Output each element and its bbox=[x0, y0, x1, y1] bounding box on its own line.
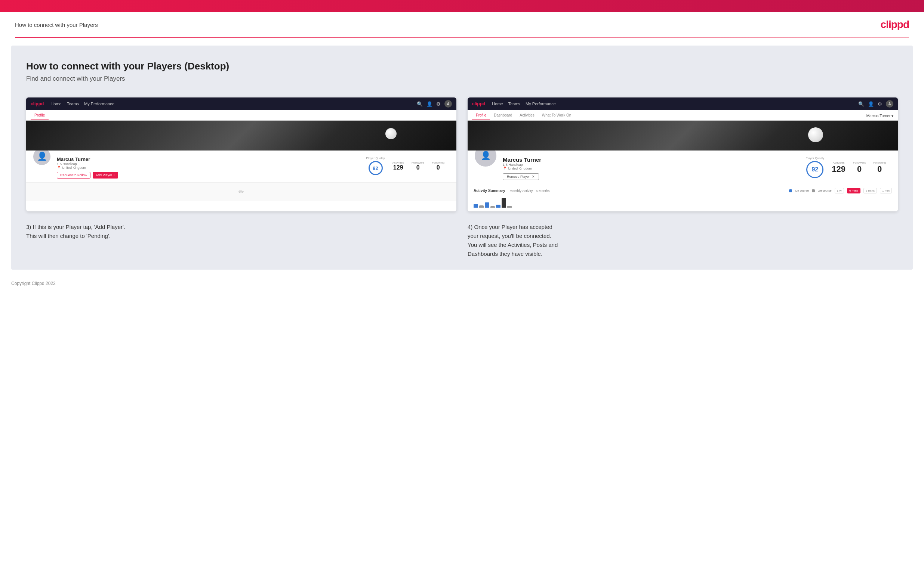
tab-profile-left[interactable]: Profile bbox=[31, 113, 48, 120]
quality-label-right: Player Quality bbox=[806, 156, 824, 160]
player-selector[interactable]: Marcus Turner ▾ bbox=[866, 114, 893, 120]
app-tabs-left: Profile bbox=[26, 110, 456, 121]
activity-title: Activity Summary bbox=[473, 189, 505, 193]
oncourse-legend-dot bbox=[789, 189, 792, 192]
oncourse-legend-text: On course bbox=[795, 189, 809, 192]
stat-label-activities-right: Activities bbox=[832, 161, 845, 164]
copyright-text: Copyright Clippd 2022 bbox=[11, 281, 56, 286]
activity-period: Monthly Activity - 6 Months bbox=[509, 189, 549, 193]
offcourse-legend-dot bbox=[812, 189, 815, 192]
stat-following-left: Following 0 bbox=[432, 161, 444, 171]
avatar-icon-right: 👤 bbox=[481, 151, 491, 161]
player-name-left: Marcus Turner bbox=[57, 156, 118, 162]
nav-myperformance-right[interactable]: My Performance bbox=[525, 102, 556, 106]
page-subheading: Find and connect with your Players bbox=[26, 75, 898, 82]
settings-icon-left[interactable]: ⚙ bbox=[436, 101, 441, 107]
stat-label-activities-left: Activities bbox=[392, 161, 404, 164]
tab-dashboard-right[interactable]: Dashboard bbox=[490, 113, 516, 120]
activity-header-left: Activity Summary Monthly Activity - 6 Mo… bbox=[473, 189, 550, 193]
remove-player-button[interactable]: Remove Player ✕ bbox=[503, 173, 539, 180]
profile-section-left: 👤 Marcus Turner 1-5 Handicap 📍 United Ki… bbox=[26, 150, 456, 182]
people-icon-right[interactable]: 👤 bbox=[868, 101, 874, 107]
stat-activities-right: Activities 129 bbox=[832, 161, 845, 174]
stat-label-following-right: Following bbox=[873, 161, 886, 164]
player-handicap-left: 1-5 Handicap bbox=[57, 162, 118, 166]
screenshot-bottom-left: ✏ bbox=[26, 182, 456, 201]
app-tabs-right: Profile Dashboard Activities What To Wor… bbox=[468, 110, 898, 121]
search-icon-right[interactable]: 🔍 bbox=[858, 101, 864, 107]
golf-ball-left bbox=[385, 128, 397, 139]
bar-1b bbox=[479, 205, 484, 208]
header-title: How to connect with your Players bbox=[15, 22, 98, 28]
nav-home-right[interactable]: Home bbox=[492, 102, 503, 106]
pen-icon-left: ✏ bbox=[239, 188, 244, 196]
people-icon-left[interactable]: 👤 bbox=[426, 101, 433, 107]
app-nav-right-left: 🔍 👤 ⚙ A bbox=[417, 100, 452, 108]
caption-left: 3) If this is your Player tap, 'Add Play… bbox=[26, 222, 456, 258]
add-player-button[interactable]: Add Player + bbox=[93, 172, 118, 179]
quality-section-right: Player Quality 92 bbox=[806, 156, 824, 178]
footer: Copyright Clippd 2022 bbox=[0, 277, 924, 293]
captions-row: 3) If this is your Player tap, 'Add Play… bbox=[26, 222, 898, 258]
golf-ball-right bbox=[808, 127, 823, 142]
stat-followers-right: Followers 0 bbox=[853, 161, 866, 174]
nav-myperformance-left[interactable]: My Performance bbox=[84, 102, 115, 106]
app-logo-left: clippd bbox=[31, 101, 44, 106]
screenshots-row: clippd Home Teams My Performance 🔍 👤 ⚙ A… bbox=[26, 97, 898, 211]
banner-left bbox=[26, 121, 456, 150]
settings-icon-right[interactable]: ⚙ bbox=[878, 101, 882, 107]
quality-label-left: Player Quality bbox=[366, 156, 385, 160]
mini-bar-chart bbox=[473, 197, 892, 208]
tabs-left: Profile Dashboard Activities What To Wor… bbox=[472, 113, 575, 120]
search-icon-left[interactable]: 🔍 bbox=[417, 101, 423, 107]
stat-value-activities-left: 129 bbox=[392, 164, 404, 171]
time-btn-6mths[interactable]: 6 mths bbox=[847, 188, 861, 193]
bar-3 bbox=[496, 205, 501, 208]
remove-player-label: Remove Player bbox=[507, 175, 530, 179]
player-location-right: 📍 United Kingdom bbox=[503, 166, 541, 170]
tab-whattoon-right[interactable]: What To Work On bbox=[538, 113, 575, 120]
request-follow-button[interactable]: Request to Follow bbox=[57, 172, 90, 179]
avatar-right[interactable]: A bbox=[886, 100, 893, 108]
quality-circle-right: 92 bbox=[806, 161, 824, 178]
caption-left-text: 3) If this is your Player tap, 'Add Play… bbox=[26, 224, 125, 239]
nav-home-left[interactable]: Home bbox=[50, 102, 61, 106]
quality-section-left: Player Quality 92 bbox=[366, 156, 385, 175]
stat-value-activities-right: 129 bbox=[832, 164, 845, 174]
player-info-right: Marcus Turner 1-5 Handicap 📍 United King… bbox=[503, 156, 541, 180]
nav-teams-left[interactable]: Teams bbox=[67, 102, 79, 106]
app-nav-left: clippd Home Teams My Performance 🔍 👤 ⚙ A bbox=[26, 97, 456, 110]
profile-details-right: Marcus Turner 1-5 Handicap 📍 United King… bbox=[503, 154, 892, 180]
profile-details-left: Marcus Turner 1-5 Handicap 📍 United King… bbox=[57, 154, 451, 179]
caption-right-text: 4) Once your Player has acceptedyour req… bbox=[468, 224, 558, 257]
stat-followers-left: Followers 0 bbox=[412, 161, 424, 171]
location-pin-icon-left: 📍 bbox=[57, 166, 61, 169]
stat-label-following-left: Following bbox=[432, 161, 444, 164]
stat-label-followers-left: Followers bbox=[412, 161, 424, 164]
app-nav-right: clippd Home Teams My Performance 🔍 👤 ⚙ A bbox=[468, 97, 898, 110]
activity-summary: Activity Summary Monthly Activity - 6 Mo… bbox=[468, 184, 898, 211]
screenshot-left: clippd Home Teams My Performance 🔍 👤 ⚙ A… bbox=[26, 97, 456, 211]
screenshot-right: clippd Home Teams My Performance 🔍 👤 ⚙ A… bbox=[468, 97, 898, 211]
player-location-left: 📍 United Kingdom bbox=[57, 166, 118, 169]
stat-value-following-left: 0 bbox=[432, 164, 444, 171]
time-btn-3mths[interactable]: 3 mths bbox=[863, 188, 877, 193]
stat-value-followers-left: 0 bbox=[412, 164, 424, 171]
nav-teams-right[interactable]: Teams bbox=[508, 102, 520, 106]
time-btn-1mth[interactable]: 1 mth bbox=[880, 188, 892, 193]
bar-1 bbox=[473, 204, 478, 208]
top-bar bbox=[0, 0, 924, 12]
caption-right: 4) Once your Player has acceptedyour req… bbox=[468, 222, 898, 258]
activity-controls: On course Off course 1 yr 6 mths 3 mths … bbox=[789, 188, 892, 193]
location-pin-icon-right: 📍 bbox=[503, 166, 507, 170]
bar-4b bbox=[507, 206, 512, 208]
bar-4 bbox=[502, 198, 506, 208]
tab-activities-right[interactable]: Activities bbox=[516, 113, 538, 120]
stat-label-followers-right: Followers bbox=[853, 161, 866, 164]
avatar-left[interactable]: A bbox=[444, 100, 452, 108]
banner-right bbox=[468, 121, 898, 150]
time-btn-1yr[interactable]: 1 yr bbox=[835, 188, 844, 193]
app-nav-right-right: 🔍 👤 ⚙ A bbox=[858, 100, 893, 108]
profile-section-right: 👤 Marcus Turner 1-5 Handicap 📍 United Ki… bbox=[468, 150, 898, 184]
tab-profile-right[interactable]: Profile bbox=[472, 113, 490, 120]
